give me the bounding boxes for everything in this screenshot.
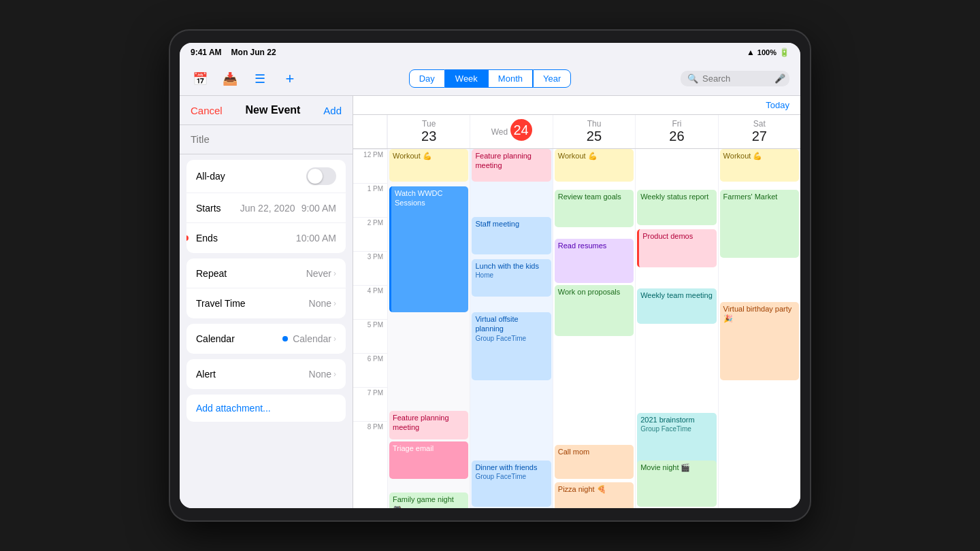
alert-chevron: › <box>333 369 336 379</box>
event-work-proposals[interactable]: Work on proposals <box>555 285 634 336</box>
col-header-tue: Tue 23 <box>387 115 470 148</box>
starts-row[interactable]: Starts Jun 22, 2020 9:00 AM <box>186 193 346 223</box>
wed-num: 24 <box>510 119 532 141</box>
alert-value: None › <box>309 369 336 380</box>
cal-header: Today <box>353 96 800 115</box>
time-4pm: 4 PM <box>353 285 387 319</box>
status-bar: 9:41 AM Mon Jun 22 ▲ 100% 🔋 <box>180 43 800 62</box>
day-col-tue: Workout 💪 Watch WWDC Sessions Feature pl… <box>387 149 470 508</box>
cal-body: 12 PM 1 PM 2 PM 3 PM 4 PM 5 PM 6 PM 7 PM… <box>353 149 800 508</box>
travel-time-value: None › <box>309 298 336 309</box>
day-col-wed: Feature planning meeting Staff meeting L… <box>470 149 552 508</box>
event-planning-meeting-tue[interactable]: Feature planning meeting <box>389 411 468 439</box>
time-5pm: 5 PM <box>353 319 387 353</box>
today-button[interactable]: Today <box>766 100 789 110</box>
col-header-sat: Sat 27 <box>718 115 800 148</box>
repeat-row[interactable]: Repeat Never › <box>186 258 346 288</box>
calendar-row[interactable]: Calendar Calendar › <box>186 324 346 354</box>
event-lunch-kids[interactable]: Lunch with the kidsHome <box>472 259 551 297</box>
day-col-sat: Workout 💪 Farmers' Market Virtual birthd… <box>718 149 800 508</box>
list-icon[interactable]: ☰ <box>250 69 270 88</box>
event-read-resumes[interactable]: Read resumes <box>555 239 634 283</box>
inbox-icon[interactable]: 📥 <box>220 69 240 88</box>
event-triage-email[interactable]: Triage email <box>389 441 468 479</box>
event-virtual-offsite[interactable]: Virtual offsite planningGroup FaceTime <box>472 312 551 380</box>
event-staff-meeting[interactable]: Staff meeting <box>472 217 551 254</box>
event-family-game-night[interactable]: Family game night 🎮 <box>389 492 468 508</box>
all-day-label: All-day <box>196 171 225 182</box>
event-call-mom[interactable]: Call mom <box>555 445 634 479</box>
starts-label: Starts <box>196 203 221 214</box>
event-weekly-status[interactable]: Weekly status report <box>637 190 716 225</box>
ends-row[interactable]: Ends 10:00 AM <box>186 223 346 253</box>
all-day-toggle[interactable] <box>306 167 336 185</box>
alert-section: Alert None › <box>186 359 346 389</box>
event-2021-brainstorm[interactable]: 2021 brainstormGroup FaceTime <box>637 413 716 466</box>
search-input[interactable] <box>702 73 770 84</box>
search-icon: 🔍 <box>687 73 698 84</box>
month-view-btn[interactable]: Month <box>488 69 533 88</box>
ipad-frame: 9:41 AM Mon Jun 22 ▲ 100% 🔋 📅 📥 ☰ + Day … <box>170 31 810 520</box>
event-pizza-night[interactable]: Pizza night 🍕 <box>555 482 634 508</box>
event-movie-night[interactable]: Movie night 🎬 <box>637 461 716 507</box>
repeat-chevron: › <box>333 269 336 278</box>
repeat-label: Repeat <box>196 268 227 279</box>
add-button[interactable]: Add <box>323 105 342 116</box>
event-virtual-birthday[interactable]: Virtual birthday party 🎉 <box>720 302 799 380</box>
event-weekly-team-meeting[interactable]: Weekly team meeting <box>637 288 716 324</box>
week-view-btn[interactable]: Week <box>445 69 488 88</box>
event-dinner-friends[interactable]: Dinner with friendsGroup FaceTime <box>472 461 551 507</box>
tue-num: 23 <box>391 129 467 144</box>
time-7pm: 7 PM <box>353 387 387 421</box>
form-title: New Event <box>246 104 301 116</box>
battery-icon: 🔋 <box>779 48 789 57</box>
event-feature-planning-wed[interactable]: Feature planning meeting <box>472 149 551 182</box>
thu-num: 25 <box>556 129 632 144</box>
time-noon: 12 PM <box>353 149 387 183</box>
calendar-icon[interactable]: 📅 <box>191 69 210 88</box>
calendar-section: Calendar Calendar › <box>186 324 346 354</box>
add-attachment-button[interactable]: Add attachment... <box>196 403 271 414</box>
cancel-button[interactable]: Cancel <box>191 105 223 116</box>
alert-label: Alert <box>196 369 216 380</box>
day-view-btn[interactable]: Day <box>409 69 445 88</box>
thu-name: Thu <box>587 119 602 129</box>
event-workout-thu[interactable]: Workout 💪 <box>555 149 634 182</box>
time-gutter: 12 PM 1 PM 2 PM 3 PM 4 PM 5 PM 6 PM 7 PM… <box>353 149 387 508</box>
event-title-input[interactable] <box>191 133 342 145</box>
time-1pm: 1 PM <box>353 183 387 217</box>
wifi-icon: ▲ <box>747 48 755 57</box>
event-workout-sat[interactable]: Workout 💪 <box>720 149 799 182</box>
starts-value: Jun 22, 2020 9:00 AM <box>240 203 336 214</box>
days-header: Tue 23 Wed 24 Thu 25 Fri 26 <box>353 115 800 149</box>
time-8pm: 8 PM <box>353 421 387 455</box>
event-farmers-market[interactable]: Farmers' Market <box>720 190 799 258</box>
title-input-section <box>180 125 353 154</box>
ends-value: 10:00 AM <box>296 233 336 244</box>
microphone-icon[interactable]: 🎤 <box>774 73 785 84</box>
event-wwdc[interactable]: Watch WWDC Sessions <box>389 186 468 312</box>
event-review-goals[interactable]: Review team goals <box>555 190 634 227</box>
col-header-fri: Fri 26 <box>635 115 717 148</box>
event-product-demos[interactable]: Product demos <box>637 229 716 267</box>
alert-row[interactable]: Alert None › <box>186 359 346 389</box>
event-form: Cancel New Event Add All-day <box>180 96 353 508</box>
calendar-label: Calendar <box>196 333 235 344</box>
form-body: All-day Starts Jun 22, 2020 9:00 AM <box>180 125 353 427</box>
calendar-chevron: › <box>333 334 336 344</box>
battery-label: 100% <box>757 48 777 56</box>
add-icon[interactable]: + <box>280 69 299 88</box>
status-icons: ▲ 100% 🔋 <box>747 48 789 57</box>
repeat-section: Repeat Never › Travel Time None › <box>186 258 346 318</box>
travel-chevron: › <box>333 299 336 308</box>
travel-time-row[interactable]: Travel Time None › <box>186 288 346 318</box>
travel-time-label: Travel Time <box>196 298 246 309</box>
all-day-row: All-day <box>186 160 346 193</box>
sat-name: Sat <box>753 119 766 129</box>
event-workout-tue[interactable]: Workout 💪 <box>389 149 468 182</box>
time-6pm: 6 PM <box>353 353 387 387</box>
search-bar[interactable]: 🔍 🎤 <box>681 71 789 86</box>
toggle-thumb <box>308 169 323 184</box>
time-gutter-header <box>353 115 387 148</box>
year-view-btn[interactable]: Year <box>533 69 571 88</box>
